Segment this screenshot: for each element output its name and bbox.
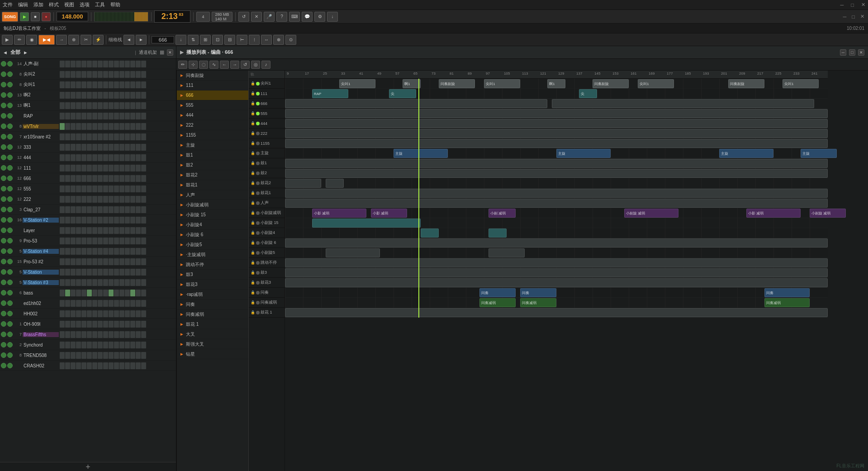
- pattern-block[interactable]: [489, 228, 507, 238]
- beat-cell[interactable]: [109, 300, 114, 307]
- pattern-list-item[interactable]: ►跳动不停: [177, 260, 248, 270]
- beat-cell[interactable]: [103, 238, 108, 244]
- beat-cell[interactable]: [125, 196, 130, 203]
- beat-cell[interactable]: [114, 81, 119, 88]
- pattern-block[interactable]: 尖叫1: [484, 79, 520, 88]
- beat-cell[interactable]: [60, 352, 65, 359]
- beat-cell[interactable]: [87, 321, 92, 328]
- ch-name[interactable]: 111: [23, 166, 59, 171]
- beat-cell[interactable]: [136, 217, 141, 224]
- ch-mute-btn[interactable]: [1, 165, 6, 171]
- ch-solo-btn[interactable]: [7, 248, 13, 254]
- beat-cell[interactable]: [114, 144, 119, 151]
- ch-name[interactable]: 尖叫1: [23, 81, 59, 88]
- beat-cell[interactable]: [65, 71, 70, 78]
- ch-name[interactable]: V-Station #4: [23, 249, 59, 254]
- track-name-row[interactable]: 🔒鼓花 1: [249, 308, 285, 318]
- beat-cell[interactable]: [71, 71, 76, 78]
- beat-cell[interactable]: [130, 238, 135, 244]
- beat-cell[interactable]: [76, 342, 81, 348]
- beat-cell[interactable]: [65, 331, 70, 338]
- beat-cell[interactable]: [87, 133, 92, 140]
- beat-cell[interactable]: [87, 300, 92, 307]
- beat-cell[interactable]: [92, 248, 97, 255]
- ch-mute-btn[interactable]: [1, 280, 6, 285]
- ch-mute-btn[interactable]: [1, 342, 6, 347]
- beat-cell[interactable]: [119, 81, 124, 88]
- beat-cell[interactable]: [114, 165, 119, 171]
- ch-solo-btn[interactable]: [7, 144, 13, 150]
- beat-cell[interactable]: [103, 113, 108, 119]
- beat-cell[interactable]: [119, 352, 124, 359]
- beat-cell[interactable]: [103, 123, 108, 130]
- beat-cell[interactable]: [130, 331, 135, 338]
- beat-cell[interactable]: [136, 196, 141, 203]
- beat-cell[interactable]: [125, 331, 130, 338]
- pattern-list-item[interactable]: ►小副旋 15: [177, 210, 248, 220]
- beat-cell[interactable]: [136, 310, 141, 317]
- beat-cell[interactable]: [87, 217, 92, 224]
- beat-cell[interactable]: [109, 258, 114, 265]
- pattern-block[interactable]: 啊1: [403, 79, 421, 88]
- beat-cell[interactable]: [141, 321, 146, 328]
- beat-cell[interactable]: [119, 238, 124, 244]
- beat-cell[interactable]: [109, 71, 114, 78]
- beat-cell[interactable]: [98, 175, 103, 182]
- beat-cell[interactable]: [119, 133, 124, 140]
- beat-cell[interactable]: [76, 321, 81, 328]
- stop-btn[interactable]: ■: [31, 12, 40, 21]
- window-minimize[interactable]: ─: [840, 2, 844, 8]
- beat-cell[interactable]: [81, 248, 86, 255]
- tb2-btn3[interactable]: ⊞: [200, 35, 211, 45]
- beat-cell[interactable]: [71, 227, 76, 234]
- settings-btn[interactable]: ⚙: [314, 12, 325, 22]
- beat-cell[interactable]: [114, 154, 119, 161]
- beat-cell[interactable]: [119, 196, 124, 203]
- ch-solo-btn[interactable]: [7, 269, 13, 275]
- menu-item-edit[interactable]: 编辑: [18, 1, 28, 8]
- beat-cell[interactable]: [114, 342, 119, 348]
- beat-cell[interactable]: [114, 352, 119, 359]
- beat-cell[interactable]: [119, 206, 124, 213]
- pattern-list-item[interactable]: ►钻星: [177, 349, 248, 359]
- ch-solo-btn[interactable]: [7, 342, 13, 347]
- beat-cell[interactable]: [98, 186, 103, 192]
- tb2-link[interactable]: ⊕: [68, 35, 79, 45]
- track-name-row[interactable]: 🔒主旋: [249, 148, 285, 158]
- beat-cell[interactable]: [76, 269, 81, 276]
- pattern-list-item[interactable]: ►人声: [177, 190, 248, 200]
- beat-cell[interactable]: [87, 186, 92, 192]
- tb2-btn10[interactable]: ⊙: [285, 35, 296, 45]
- beat-cell[interactable]: [141, 113, 146, 119]
- beat-cell[interactable]: [81, 81, 86, 88]
- beat-cell[interactable]: [60, 258, 65, 265]
- ch-solo-btn[interactable]: [7, 134, 13, 139]
- beat-cell[interactable]: [125, 81, 130, 88]
- beat-cell[interactable]: [87, 279, 92, 286]
- beat-cell[interactable]: [60, 279, 65, 286]
- beat-cell[interactable]: [87, 269, 92, 276]
- beat-cell[interactable]: [130, 227, 135, 234]
- beat-cell[interactable]: [130, 123, 135, 130]
- beat-cell[interactable]: [141, 186, 146, 192]
- beat-cell[interactable]: [92, 71, 97, 78]
- beat-cell[interactable]: [65, 92, 70, 99]
- beat-cell[interactable]: [109, 217, 114, 224]
- track-name-row[interactable]: 🔒小副旋5: [249, 248, 285, 258]
- ch-mute-btn[interactable]: [1, 134, 6, 139]
- menu-item-options[interactable]: 选项: [80, 1, 90, 8]
- beat-cell[interactable]: [76, 300, 81, 307]
- beat-cell[interactable]: [114, 269, 119, 276]
- pt-wave[interactable]: ∿: [209, 61, 218, 69]
- beat-cell[interactable]: [141, 154, 146, 161]
- beat-cell[interactable]: [71, 144, 76, 151]
- beat-cell[interactable]: [125, 175, 130, 182]
- pattern-block[interactable]: 小副旋 减弱: [624, 209, 678, 218]
- beat-cell[interactable]: [92, 154, 97, 161]
- beat-cell[interactable]: [109, 81, 114, 88]
- beat-cell[interactable]: [109, 352, 114, 359]
- ch-name[interactable]: Pro-53: [23, 238, 59, 243]
- beat-cell[interactable]: [98, 248, 103, 255]
- ch-mute-btn[interactable]: [1, 290, 6, 295]
- pt-erase[interactable]: ◌: [199, 61, 208, 69]
